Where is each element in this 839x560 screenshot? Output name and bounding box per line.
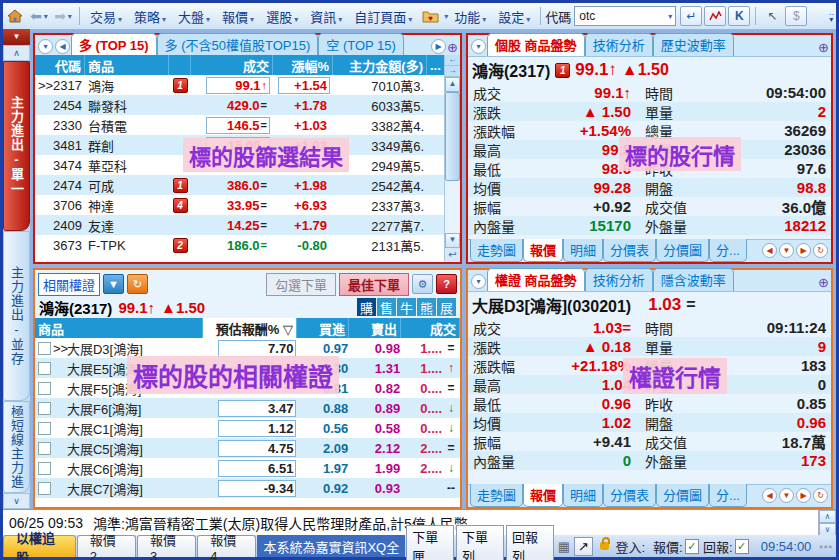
sort-column-header[interactable]: 預估報酬% ▽: [203, 318, 297, 338]
screening-tab[interactable]: 多 (不含50權值股TOP15): [157, 33, 319, 56]
nav-left-icon[interactable]: ◀: [762, 243, 777, 258]
stock-row[interactable]: 3706 神達 4 33.95= +6.93 2337萬3.: [35, 195, 445, 215]
nav-right-icon[interactable]: ▶: [796, 243, 811, 258]
scroll-track[interactable]: [445, 92, 460, 233]
row-checkbox[interactable]: [38, 442, 51, 455]
warrant-row[interactable]: 大展C5[鴻海] 4.75 2.09 2.12 2.... =: [35, 438, 460, 458]
dollar-button[interactable]: $: [785, 6, 807, 26]
row-checkbox[interactable]: [38, 482, 51, 495]
sidebar-tab[interactable]: 極短線主力進: [3, 401, 30, 493]
resize-grip[interactable]: ▪▪▪: [819, 541, 836, 552]
report-status-check-icon[interactable]: ✓: [735, 539, 749, 554]
nav-right-icon[interactable]: ▶: [796, 488, 811, 503]
col-scroll-right-icon[interactable]: →: [445, 66, 460, 77]
stock-row[interactable]: 2454 聯發科 429.0= +1.78 6033萬5.: [35, 95, 445, 115]
sidebar-collapse-icon[interactable]: ▼: [3, 29, 30, 45]
lock-icon[interactable]: [600, 542, 609, 550]
dropdown-circle-icon[interactable]: ▾: [471, 39, 486, 54]
warrant-row[interactable]: >>大展D3[鴻海] 7.70 0.97 0.98 1.... =: [35, 338, 460, 358]
warrant-row[interactable]: 大展F6[鴻海] 3.47 0.88 0.89 0.... ↓: [35, 398, 460, 418]
help-button[interactable]: ?: [436, 274, 457, 294]
quote-tab[interactable]: 個股 商品盤勢: [487, 33, 585, 56]
row-checkbox[interactable]: [38, 382, 51, 395]
row-checkbox[interactable]: [38, 342, 51, 355]
page-tab[interactable]: 以權追股: [3, 535, 76, 557]
toolbar-overflow-icon[interactable]: ‥▾: [829, 9, 836, 23]
next-tab-icon[interactable]: ▶: [431, 39, 446, 54]
calculator-icon[interactable]: ▦: [558, 539, 570, 554]
refresh-circle-icon[interactable]: ↻: [813, 488, 828, 503]
refresh-circle-icon[interactable]: ↻: [813, 243, 828, 258]
code-combobox[interactable]: otc▾: [574, 6, 676, 26]
dropdown-circle-icon[interactable]: ▾: [471, 274, 486, 289]
row-checkbox[interactable]: [38, 402, 51, 415]
stock-row[interactable]: 2409 友達 14.25= +1.79 2277萬7.: [35, 215, 445, 235]
warrant-type-button[interactable]: 購: [357, 298, 376, 316]
zoom-icon[interactable]: ⊕: [818, 41, 829, 54]
page-tab[interactable]: 報價 2: [77, 535, 136, 557]
sidebar-tab[interactable]: 主力進出-單一: [3, 61, 30, 231]
menu-item[interactable]: 功能▾: [448, 5, 492, 28]
back-icon[interactable]: ⬅▾: [28, 6, 50, 26]
screening-tab[interactable]: 空 (TOP 15): [318, 33, 404, 56]
order-panel-button[interactable]: 下單匣: [406, 525, 454, 560]
warrant-type-button[interactable]: 展: [437, 298, 456, 316]
view-tab[interactable]: 走勢圖: [470, 484, 523, 507]
quote-tab[interactable]: 技術分析: [585, 268, 653, 291]
view-tab[interactable]: 明細: [563, 484, 603, 507]
view-tab[interactable]: 分價圖: [656, 484, 709, 507]
news-scroll-up-icon[interactable]: ∧: [819, 510, 836, 523]
menu-item[interactable]: 交易▾: [84, 5, 128, 28]
stock-row[interactable]: 2474 可成 1 386.0= +1.98 2542萬4.: [35, 175, 445, 195]
view-tab[interactable]: 報價: [523, 484, 563, 507]
view-tab[interactable]: 明細: [563, 239, 603, 262]
warrant-type-button[interactable]: 售: [377, 298, 396, 316]
screening-tab[interactable]: 多 (TOP 15): [71, 33, 157, 56]
check-order-button[interactable]: 勾選下單: [266, 273, 336, 296]
scroll-up-icon[interactable]: ▲: [445, 77, 460, 92]
forward-icon[interactable]: ➡▾: [52, 6, 74, 26]
view-tab[interactable]: 分價表: [603, 239, 656, 262]
warrant-row[interactable]: 大展C6[鴻海] 6.51 1.97 1.99 2.... ↓: [35, 458, 460, 478]
k-chart-button[interactable]: K: [728, 6, 750, 26]
page-tab[interactable]: 報價 4: [197, 535, 256, 557]
menu-item[interactable]: 報價▾: [216, 5, 260, 28]
home-icon[interactable]: [4, 6, 26, 26]
enter-button[interactable]: ↵: [680, 6, 702, 26]
nav-left-icon[interactable]: ◀: [762, 488, 777, 503]
stock-row[interactable]: 3673 F-TPK 2 186.0= -0.80 2131萬5.: [35, 235, 445, 255]
view-tab[interactable]: 分價圖: [656, 239, 709, 262]
order-panel-button[interactable]: 下單列: [456, 525, 504, 560]
menu-item[interactable]: 設定▾: [492, 5, 536, 28]
menu-item[interactable]: 自訂頁面▾: [348, 5, 418, 28]
nav-down-icon[interactable]: ▼: [779, 243, 794, 258]
cursor-icon[interactable]: ↖: [761, 6, 783, 26]
quote-tab[interactable]: 權證 商品盤勢: [487, 268, 585, 291]
warrant-row[interactable]: 大展C7[鴻海] -9.34 0.92 0.93 --: [35, 478, 460, 498]
menu-item[interactable]: 策略▾: [128, 5, 172, 28]
view-tab[interactable]: 分價表: [603, 484, 656, 507]
view-tab[interactable]: 分...: [709, 239, 747, 262]
quote-tab[interactable]: 隱含波動率: [653, 268, 734, 291]
row-checkbox[interactable]: [38, 362, 51, 375]
popout-icon[interactable]: ↗: [574, 537, 593, 556]
zoom-icon[interactable]: ⊕: [818, 276, 829, 289]
gear-icon[interactable]: ⚙: [412, 274, 433, 294]
dropdown-circle-icon[interactable]: ▾: [38, 39, 53, 54]
row-checkbox[interactable]: [38, 462, 51, 475]
stock-row[interactable]: 2330 台積電 146.5= +1.03 3382萬4.: [35, 115, 445, 135]
best-order-button[interactable]: 最佳下單: [339, 273, 409, 296]
panel-label[interactable]: 相關權證: [38, 273, 100, 296]
quote-status-check-icon[interactable]: ✓: [685, 539, 699, 554]
page-tab[interactable]: 報價 3: [137, 535, 196, 557]
menu-item[interactable]: 大盤▾: [172, 5, 216, 28]
undo-corner-icon[interactable]: ↩: [445, 248, 460, 262]
warrant-row[interactable]: 大展C1[鴻海] 1.12 0.56 0.58 0.... ↓: [35, 418, 460, 438]
scroll-down-icon[interactable]: ▼: [445, 233, 460, 248]
view-tab[interactable]: 報價: [523, 239, 563, 262]
view-tab[interactable]: 分...: [709, 484, 747, 507]
sidebar-scroll-up-icon[interactable]: ∧: [3, 45, 30, 61]
col-scroll-left-icon[interactable]: ←: [445, 55, 460, 66]
prev-tab-icon[interactable]: ◀: [55, 39, 70, 54]
nav-down-icon[interactable]: ▼: [779, 488, 794, 503]
